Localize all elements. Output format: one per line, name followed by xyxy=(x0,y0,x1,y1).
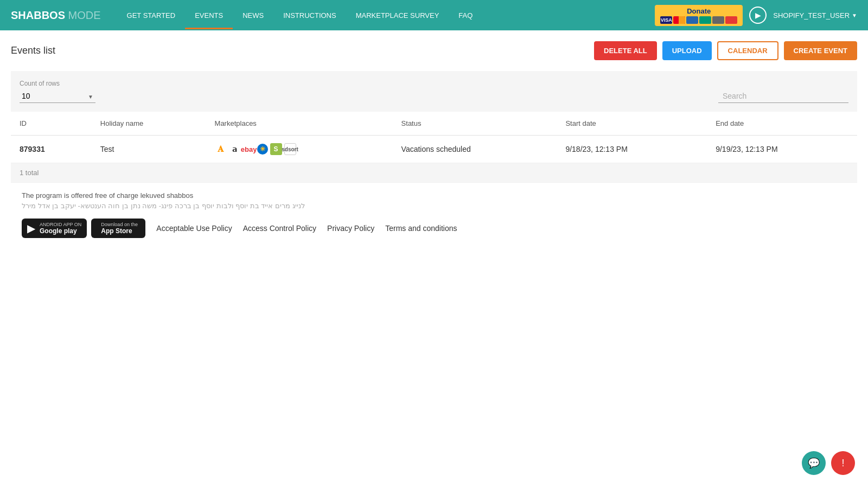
chat-button[interactable]: 💬 xyxy=(802,451,826,475)
main-nav: GET STARTED EVENTS NEWS INSTRUCTIONS MAR… xyxy=(117,2,655,29)
rows-count-label: Count of rows xyxy=(20,80,95,87)
other-card-icon xyxy=(712,16,724,24)
app-store-text: Download on the App Store xyxy=(101,222,138,235)
user-menu[interactable]: SHOPIFY_TEST_USER ▼ xyxy=(773,11,857,20)
footer: The program is offered free of charge le… xyxy=(11,183,857,247)
rows-select-wrapper: 5 10 25 50 100 xyxy=(20,89,95,103)
page-title: Events list xyxy=(11,45,55,56)
calendar-button[interactable]: CALENDAR xyxy=(717,41,778,60)
amazon-black-icon: 𝗮 xyxy=(229,143,241,155)
header-right: Donate VISA ▶ SHOPIFY_TEST_USER ▼ xyxy=(655,5,857,26)
app-store-big-text: App Store xyxy=(101,227,138,235)
logo-mode: MODE xyxy=(65,9,101,21)
play-button[interactable]: ▶ xyxy=(749,7,767,24)
donate-button[interactable]: Donate VISA xyxy=(655,5,743,26)
payment-cards: VISA xyxy=(660,16,737,24)
walmart-icon: ✳ xyxy=(257,144,268,155)
nav-news[interactable]: NEWS xyxy=(233,2,273,29)
col-status: Status xyxy=(393,112,557,136)
rows-count-control: Count of rows 5 10 25 50 100 xyxy=(20,80,95,103)
footer-text-main: The program is offered free of charge le… xyxy=(22,191,846,200)
search-input[interactable] xyxy=(718,89,848,103)
access-control-policy-link[interactable]: Access Control Policy xyxy=(243,224,316,233)
footer-links: Acceptable Use Policy Access Control Pol… xyxy=(156,224,457,233)
donate-label: Donate xyxy=(687,7,711,15)
logo-text: SHABBOS xyxy=(11,9,65,21)
chevron-down-icon: ▼ xyxy=(852,12,857,18)
google-play-small-text: ANDROID APP ON xyxy=(40,222,81,227)
table-body: 879331 Test 𝐀 𝗮 ebay ✳ S sdsort Vacation… xyxy=(11,136,857,183)
table-header-row: ID Holiday name Marketplaces Status Star… xyxy=(11,112,857,136)
google-play-big-text: Google play xyxy=(40,227,81,235)
privacy-policy-link[interactable]: Privacy Policy xyxy=(327,224,374,233)
mc-card-icon xyxy=(673,16,685,24)
table-controls: Count of rows 5 10 25 50 100 xyxy=(11,71,857,112)
acceptable-use-policy-link[interactable]: Acceptable Use Policy xyxy=(156,224,232,233)
discover-card-icon xyxy=(725,16,737,24)
alert-icon: ! xyxy=(841,458,844,469)
col-id: ID xyxy=(11,112,92,136)
main-content: Events list DELETE ALL UPLOAD CALENDAR C… xyxy=(0,30,868,488)
table-header: ID Holiday name Marketplaces Status Star… xyxy=(11,112,857,136)
col-holiday-name: Holiday name xyxy=(92,112,206,136)
nav-marketplace-survey[interactable]: MARKETPLACE SURVEY xyxy=(346,2,449,29)
nav-instructions[interactable]: INSTRUCTIONS xyxy=(273,2,346,29)
col-marketplaces: Marketplaces xyxy=(206,112,393,136)
create-event-button[interactable]: CREATE EVENT xyxy=(784,41,857,60)
col-start-date: Start date xyxy=(557,112,707,136)
nav-faq[interactable]: FAQ xyxy=(449,2,482,29)
marketplace-icons: 𝐀 𝗮 ebay ✳ S sdsort xyxy=(215,143,384,155)
chat-buttons: 💬 ! xyxy=(802,451,855,475)
google-play-text: ANDROID APP ON Google play xyxy=(40,222,81,235)
table-row[interactable]: 879331 Test 𝐀 𝗮 ebay ✳ S sdsort Vacation… xyxy=(11,136,857,163)
total-row: 1 total xyxy=(11,163,857,183)
cell-id: 879331 xyxy=(11,136,92,163)
nav-get-started[interactable]: GET STARTED xyxy=(117,2,186,29)
google-play-badge[interactable]: ▶ ANDROID APP ON Google play xyxy=(22,219,87,238)
title-buttons: DELETE ALL UPLOAD CALENDAR CREATE EVENT xyxy=(594,41,857,60)
upload-button[interactable]: UPLOAD xyxy=(662,41,712,60)
footer-text-hebrew: לנייג מרים אייד בת יוסף ולבות יוסף בן בר… xyxy=(22,202,846,210)
shopify-icon: S xyxy=(270,143,282,155)
cell-holiday-name: Test xyxy=(92,136,206,163)
cell-status: Vacations scheduled xyxy=(393,136,557,163)
nav-events[interactable]: EVENTS xyxy=(185,2,233,29)
sdsort-icon: sdsort xyxy=(284,143,296,155)
events-table: ID Holiday name Marketplaces Status Star… xyxy=(11,112,857,183)
header: SHABBOS MODE GET STARTED EVENTS NEWS INS… xyxy=(0,0,868,30)
cell-marketplaces: 𝐀 𝗮 ebay ✳ S sdsort xyxy=(206,136,393,163)
rows-count-select[interactable]: 5 10 25 50 100 xyxy=(20,89,95,103)
ebay-icon: ebay xyxy=(243,143,255,155)
paypal-card-icon xyxy=(686,16,698,24)
alert-button[interactable]: ! xyxy=(831,451,855,475)
google-play-icon: ▶ xyxy=(27,222,35,235)
app-badges: ▶ ANDROID APP ON Google play Download on… xyxy=(22,219,145,238)
visa-card-icon: VISA xyxy=(660,16,672,24)
delete-all-button[interactable]: DELETE ALL xyxy=(594,41,657,60)
amazon-color-icon: 𝐀 xyxy=(215,143,227,155)
search-control xyxy=(718,89,848,103)
footer-bottom: ▶ ANDROID APP ON Google play Download on… xyxy=(22,219,846,238)
total-cell: 1 total xyxy=(11,163,857,183)
col-end-date: End date xyxy=(707,112,857,136)
amex-card-icon xyxy=(699,16,711,24)
cell-end-date: 9/19/23, 12:13 PM xyxy=(707,136,857,163)
chat-icon: 💬 xyxy=(808,457,820,469)
page-title-bar: Events list DELETE ALL UPLOAD CALENDAR C… xyxy=(11,41,857,60)
app-store-small-text: Download on the xyxy=(101,222,138,227)
logo: SHABBOS MODE xyxy=(11,9,101,22)
user-label: SHOPIFY_TEST_USER xyxy=(773,11,850,20)
cell-start-date: 9/18/23, 12:13 PM xyxy=(557,136,707,163)
terms-conditions-link[interactable]: Terms and conditions xyxy=(385,224,457,233)
app-store-badge[interactable]: Download on the App Store xyxy=(91,219,145,238)
